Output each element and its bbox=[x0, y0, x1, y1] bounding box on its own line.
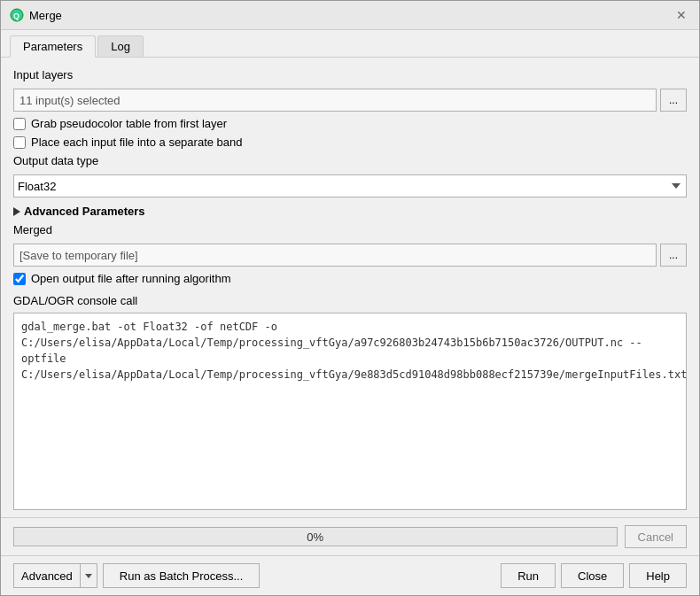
tab-log[interactable]: Log bbox=[97, 35, 144, 57]
merged-row: ... bbox=[13, 244, 687, 267]
bottom-bar: Advanced Run as Batch Process... Run Clo… bbox=[1, 555, 699, 595]
run-batch-button[interactable]: Run as Batch Process... bbox=[103, 563, 260, 588]
separate-band-checkbox[interactable] bbox=[13, 136, 26, 149]
merged-label: Merged bbox=[13, 223, 687, 236]
input-layers-browse-button[interactable]: ... bbox=[660, 89, 687, 112]
progress-text: 0% bbox=[307, 530, 323, 544]
output-type-label: Output data type bbox=[13, 154, 687, 167]
gdal-console-label: GDAL/OGR console call bbox=[13, 294, 687, 307]
triangle-icon bbox=[13, 207, 20, 216]
close-window-button[interactable]: ✕ bbox=[673, 6, 690, 24]
output-type-select[interactable]: Float32 Byte Int16 UInt16 UInt32 Int32 F… bbox=[13, 174, 687, 197]
title-bar-left: Q Merge bbox=[10, 8, 62, 22]
down-arrow-icon bbox=[85, 574, 92, 578]
pseudocolor-checkbox[interactable] bbox=[13, 118, 26, 130]
pseudocolor-checkbox-row: Grab pseudocolor table from first layer bbox=[13, 117, 687, 130]
tab-parameters[interactable]: Parameters bbox=[10, 35, 96, 58]
advanced-dropdown-arrow[interactable] bbox=[81, 564, 97, 587]
output-type-row: Float32 Byte Int16 UInt16 UInt32 Int32 F… bbox=[13, 174, 687, 197]
input-layers-field[interactable] bbox=[13, 89, 657, 112]
parameters-panel: Input layers ... Grab pseudocolor table … bbox=[1, 58, 699, 517]
advanced-parameters-toggle[interactable]: Advanced Parameters bbox=[13, 205, 687, 218]
open-output-checkbox[interactable] bbox=[13, 273, 26, 285]
svg-text:Q: Q bbox=[13, 12, 19, 20]
separate-band-label: Place each input file into a separate ba… bbox=[31, 135, 243, 149]
tabs-bar: Parameters Log bbox=[1, 30, 699, 58]
window-title: Merge bbox=[29, 9, 62, 22]
cancel-button[interactable]: Cancel bbox=[625, 525, 687, 548]
progress-bar-container: 0% bbox=[13, 527, 618, 546]
input-layers-label: Input layers bbox=[13, 68, 687, 81]
merged-browse-button[interactable]: ... bbox=[660, 244, 687, 267]
run-button[interactable]: Run bbox=[501, 563, 556, 588]
input-layers-row: ... bbox=[13, 89, 687, 112]
merged-field[interactable] bbox=[13, 244, 657, 267]
merge-dialog: Q Merge ✕ Parameters Log Input layers ..… bbox=[0, 0, 700, 596]
advanced-dropdown-button[interactable]: Advanced bbox=[13, 563, 97, 588]
close-button[interactable]: Close bbox=[561, 563, 624, 588]
gdal-console-box: gdal_merge.bat -ot Float32 -of netCDF -o… bbox=[13, 313, 687, 510]
app-icon: Q bbox=[10, 8, 24, 22]
help-button[interactable]: Help bbox=[629, 563, 687, 588]
advanced-button-label: Advanced bbox=[14, 564, 81, 587]
bottom-bar-right: Run Close Help bbox=[501, 563, 687, 588]
open-output-label: Open output file after running algorithm bbox=[31, 272, 230, 285]
open-output-checkbox-row: Open output file after running algorithm bbox=[13, 272, 687, 285]
advanced-parameters-label: Advanced Parameters bbox=[24, 205, 145, 218]
title-bar: Q Merge ✕ bbox=[1, 1, 699, 30]
progress-area: 0% Cancel bbox=[1, 517, 699, 555]
separate-band-checkbox-row: Place each input file into a separate ba… bbox=[13, 135, 687, 149]
pseudocolor-label: Grab pseudocolor table from first layer bbox=[31, 117, 227, 130]
